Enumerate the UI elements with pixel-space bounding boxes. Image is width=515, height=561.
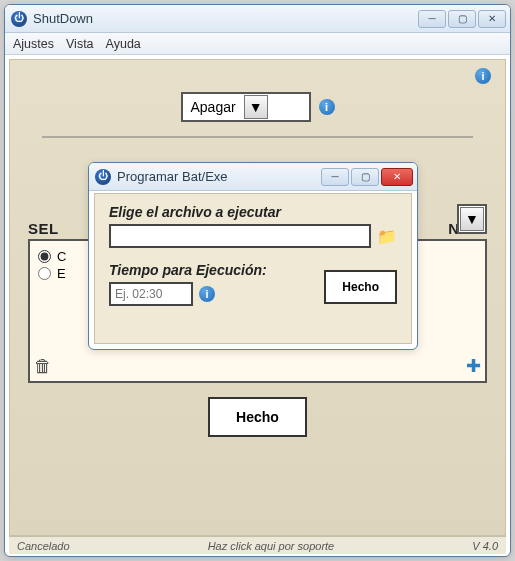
radio-label-1: C <box>57 249 66 264</box>
status-version: V 4.0 <box>472 540 498 552</box>
dialog-window-controls: ─ ▢ ✕ <box>321 168 413 186</box>
main-window-controls: ─ ▢ ✕ <box>418 10 506 28</box>
dialog-done-button[interactable]: Hecho <box>324 270 397 304</box>
plus-icon[interactable]: ✚ <box>466 355 481 377</box>
dialog-titlebar[interactable]: Programar Bat/Exe ─ ▢ ✕ <box>89 163 417 191</box>
menubar: Ajustes Vista Ayuda <box>5 33 510 55</box>
secondary-dropdown[interactable]: ▼ <box>457 204 487 234</box>
file-input[interactable] <box>109 224 371 248</box>
help-icon[interactable]: i <box>319 99 335 115</box>
dialog-programar: Programar Bat/Exe ─ ▢ ✕ Elige el archivo… <box>88 162 418 350</box>
chevron-down-icon[interactable]: ▼ <box>460 207 484 231</box>
minimize-button[interactable]: ─ <box>418 10 446 28</box>
main-title: ShutDown <box>33 11 93 26</box>
help-icon[interactable]: i <box>475 68 491 84</box>
app-icon <box>11 11 27 27</box>
done-button[interactable]: Hecho <box>208 397 307 437</box>
dialog-maximize-button[interactable]: ▢ <box>351 168 379 186</box>
time-label: Tiempo para Ejecución: <box>109 262 310 278</box>
maximize-button[interactable]: ▢ <box>448 10 476 28</box>
help-icon[interactable]: i <box>199 286 215 302</box>
action-dropdown-value: Apagar <box>191 99 236 115</box>
dialog-close-button[interactable]: ✕ <box>381 168 413 186</box>
time-input[interactable] <box>109 282 193 306</box>
folder-icon[interactable]: 📁 <box>377 227 397 246</box>
app-icon <box>95 169 111 185</box>
section-label-left: SEL <box>28 220 59 237</box>
dialog-minimize-button[interactable]: ─ <box>321 168 349 186</box>
action-dropdown[interactable]: Apagar ▼ <box>181 92 311 122</box>
radio-input-2[interactable] <box>38 267 51 280</box>
dialog-body: Elige el archivo a ejecutar 📁 Tiempo par… <box>94 193 412 344</box>
radio-label-2: E <box>57 266 66 281</box>
dialog-title: Programar Bat/Exe <box>117 169 228 184</box>
statusbar: Cancelado Haz click aqui por soporte V 4… <box>9 536 506 554</box>
radio-input-1[interactable] <box>38 250 51 263</box>
chevron-down-icon[interactable]: ▼ <box>244 95 268 119</box>
menu-ayuda[interactable]: Ayuda <box>106 37 141 51</box>
trash-icon[interactable]: 🗑 <box>34 356 52 377</box>
status-left: Cancelado <box>17 540 70 552</box>
file-label: Elige el archivo a ejecutar <box>109 204 397 220</box>
close-button[interactable]: ✕ <box>478 10 506 28</box>
menu-vista[interactable]: Vista <box>66 37 94 51</box>
main-titlebar[interactable]: ShutDown ─ ▢ ✕ <box>5 5 510 33</box>
status-support-link[interactable]: Haz click aqui por soporte <box>70 540 473 552</box>
menu-ajustes[interactable]: Ajustes <box>13 37 54 51</box>
divider <box>42 136 473 138</box>
